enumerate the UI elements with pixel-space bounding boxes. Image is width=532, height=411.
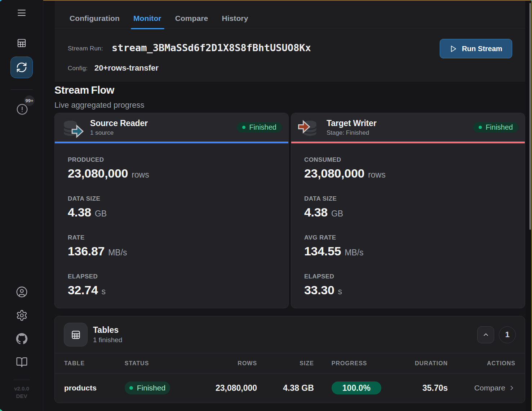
stat-unit: MB/s [108,248,127,258]
stream-run-name: stream_3BMaSSd6f2D1X8S8fBhtUSUO8Kx [112,42,311,53]
stat-block: CONSUMED23,080,000rows [304,156,512,180]
col-progress: PROGRESS [314,360,382,367]
sidebar-item-account[interactable] [16,286,28,298]
cell-rows: 23,080,000 [181,383,257,393]
run-stream-button[interactable]: Run Stream [440,39,512,58]
run-stream-button-label: Run Stream [462,45,502,53]
target-writer-stats: CONSUMED23,080,000rows DATA SIZE4.38GB A… [291,143,525,297]
scrollbar-thumb[interactable] [529,3,531,230]
tab-monitor[interactable]: Monitor [133,8,161,29]
sidebar-item-tables[interactable] [17,38,26,48]
section-title: Stream Flow [54,84,114,96]
tables-panel: Tables 1 finished 1 TABLE STATUS ROWS SI… [54,316,525,403]
cell-table-name: products [64,384,125,392]
stat-label: PRODUCED [68,156,275,164]
stat-block: DATA SIZE4.38GB [304,195,512,219]
source-reader-stats: PRODUCED23,080,000rows DATA SIZE4.38GB R… [55,143,288,297]
user-circle-icon [16,286,28,298]
status-dot [129,386,133,390]
stat-label: ELAPSED [68,273,275,280]
tab-compare[interactable]: Compare [175,8,208,29]
cell-size: 4.38 GB [257,383,314,393]
target-writer-header: Target Writer Stage: Finished Finished [291,113,525,142]
tables-title: Tables [93,325,122,335]
database-in-icon [298,117,319,138]
sidebar-item-settings[interactable] [16,309,28,321]
tables-header-buttons: 1 [477,326,516,343]
stat-value: 23,080,000 [68,166,128,180]
table-row: products Finished 23,080,000 4.38 GB 100… [55,374,525,402]
col-size: SIZE [257,360,314,367]
github-icon [16,333,28,345]
sidebar-item-github[interactable] [16,333,28,345]
stat-unit: GB [331,209,343,219]
tabs-bar: Configuration Monitor Compare History [55,1,525,29]
run-header-panel: Stream Run: stream_3BMaSSd6f2D1X8S8fBhtU… [55,29,525,82]
col-table: TABLE [64,360,125,367]
card-titles: Target Writer Stage: Finished [327,119,376,137]
collapse-button[interactable] [477,326,494,343]
cell-status: Finished [125,381,181,394]
target-status-badge: Finished [473,122,518,133]
stat-label: DATA SIZE [304,195,512,202]
tables-panel-header: Tables 1 finished 1 [55,316,525,353]
target-writer-card: Target Writer Stage: Finished Finished C… [291,113,525,308]
chevron-up-icon [482,331,489,338]
tables-titles: Tables 1 finished [93,325,122,344]
notification-badge: 99+ [24,95,35,106]
cell-actions: Compare [448,384,515,392]
source-reader-card: Source Reader 1 source Finished PRODUCED… [54,113,289,308]
stat-block: ELAPSED32.74s [68,273,275,297]
version-label: v2.0.0 [0,385,43,392]
env-label: DEV [0,393,43,399]
status-dot [479,126,482,129]
source-status-badge: Finished [237,122,282,133]
cell-duration: 35.70s [382,383,448,393]
stat-label: AVG RATE [304,234,512,241]
tab-configuration[interactable]: Configuration [70,8,120,29]
stat-value: 33.30 [304,283,334,297]
sidebar-item-alerts[interactable]: 99+ [16,103,35,116]
col-status: STATUS [125,360,181,367]
sidebar-item-docs[interactable] [16,356,28,368]
stat-unit: GB [95,209,107,219]
stat-unit: rows [368,170,386,180]
table-icon [17,38,26,48]
cell-progress: 100.0% [314,381,382,394]
stat-block: DATA SIZE4.38GB [68,195,275,219]
play-icon [449,45,457,53]
sidebar-item-streams-active[interactable] [10,57,33,78]
menu-icon[interactable] [18,10,26,16]
stat-value: 134.55 [304,244,341,258]
stat-block: ELAPSED33.30s [304,273,512,297]
window-top-accent-line [43,0,532,1]
stat-unit: s [102,287,106,296]
tab-history[interactable]: History [222,8,248,29]
source-reader-title: Source Reader [90,119,148,128]
tables-icon-container [64,323,88,347]
stat-value: 4.38 [304,205,328,219]
section-subtitle: Live aggregated progress [54,100,145,110]
progress-badge: 100.0% [332,381,381,394]
stat-unit: rows [132,170,149,180]
stat-value: 136.87 [68,244,105,258]
stat-value: 23,080,000 [304,166,364,180]
table-count-badge[interactable]: 1 [499,326,516,343]
source-reader-header: Source Reader 1 source Finished [55,113,288,142]
sync-icon [16,62,27,73]
card-titles: Source Reader 1 source [90,119,148,137]
config-label: Config: [68,65,88,72]
compare-link[interactable]: Compare [474,384,515,392]
stat-label: RATE [68,234,275,241]
stat-unit: MB/s [345,248,363,258]
chevron-right-icon [508,384,515,392]
col-actions: ACTIONS [448,360,515,367]
target-writer-subtitle: Stage: Finished [327,129,376,137]
flow-cards: Source Reader 1 source Finished PRODUCED… [54,113,525,308]
col-rows: ROWS [181,360,257,367]
table-header-row: TABLE STATUS ROWS SIZE PROGRESS DURATION… [55,353,525,374]
row-status-badge: Finished [125,381,170,394]
stat-block: PRODUCED23,080,000rows [68,156,275,180]
stat-label: ELAPSED [304,273,512,280]
stream-run-label: Stream Run: [68,45,103,52]
